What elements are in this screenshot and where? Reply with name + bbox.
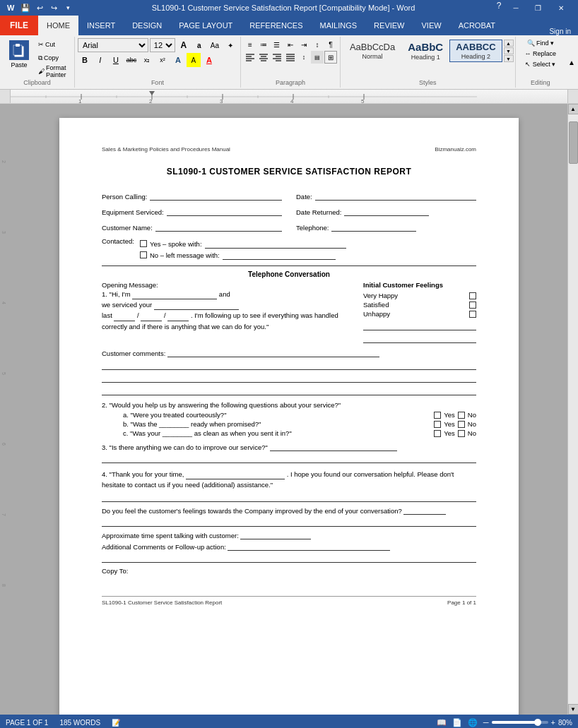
q2b-no-checkbox[interactable] <box>458 421 465 428</box>
restore-btn[interactable]: ❐ <box>527 0 550 16</box>
svg-text:W: W <box>7 4 15 12</box>
tab-page-layout[interactable]: PAGE LAYOUT <box>170 16 241 35</box>
tab-insert[interactable]: INSERT <box>78 16 124 35</box>
align-left-btn[interactable] <box>244 51 256 64</box>
status-bar: PAGE 1 OF 1 185 WORDS 📝 📖 📄 🌐 ─ + 80% <box>0 715 578 728</box>
date-line <box>315 191 476 201</box>
align-right-btn[interactable] <box>271 51 283 64</box>
bullets-btn[interactable]: ≡ <box>244 38 256 51</box>
increase-indent-btn[interactable]: ⇥ <box>297 38 310 51</box>
decrease-indent-btn[interactable]: ⇤ <box>284 38 297 51</box>
font-color-btn[interactable]: A <box>202 53 216 67</box>
styles-scroll-up[interactable]: ▲ <box>504 40 514 47</box>
zoom-thumb[interactable] <box>534 719 541 726</box>
borders-btn[interactable]: ⊞ <box>324 51 337 64</box>
tab-references[interactable]: REFERENCES <box>241 16 311 35</box>
highlight-btn[interactable]: A <box>187 53 201 67</box>
styles-scroll[interactable]: ▲ ▼ ▼ <box>502 38 512 64</box>
clear-formatting-btn[interactable]: ✦ <box>223 38 237 52</box>
read-mode-btn[interactable]: 📖 <box>437 718 447 727</box>
font-size-select[interactable]: 12 <box>150 38 175 52</box>
paste-button[interactable]: Paste <box>4 38 34 78</box>
satisfied-row: Satisfied <box>363 301 476 309</box>
ribbon-collapse-btn[interactable]: ▲ <box>565 37 578 88</box>
text-effects-btn[interactable]: A <box>171 53 185 67</box>
unhappy-checkbox[interactable] <box>469 311 476 318</box>
question-2: 2. "Would you help us by answering the f… <box>102 401 476 409</box>
superscript-btn[interactable]: x² <box>155 53 170 67</box>
subscript-btn[interactable]: x₂ <box>140 53 154 67</box>
scroll-down-btn[interactable]: ▼ <box>568 704 579 715</box>
select-btn[interactable]: ↖ Select ▾ <box>521 59 559 69</box>
file-tab[interactable]: FILE <box>0 16 38 35</box>
tab-review[interactable]: REVIEW <box>365 16 413 35</box>
undo-icon[interactable]: ↩ <box>34 2 45 13</box>
underline-btn[interactable]: U <box>109 53 123 67</box>
zoom-track[interactable] <box>492 721 548 724</box>
strikethrough-btn[interactable]: abc <box>124 53 138 67</box>
tab-acrobat[interactable]: ACROBAT <box>450 16 504 35</box>
q2b-yes-checkbox[interactable] <box>434 421 441 428</box>
tab-mailings[interactable]: MAILINGS <box>312 16 366 35</box>
justify-btn[interactable] <box>284 51 297 64</box>
satisfied-checkbox[interactable] <box>469 302 476 309</box>
close-btn[interactable]: ✕ <box>550 0 572 16</box>
style-normal[interactable]: AaBbCcDa Normal <box>343 40 401 62</box>
additional-comments-row: Additional Comments or Follow-up action: <box>102 542 476 551</box>
copy-button[interactable]: ⧉ Copy <box>35 52 70 64</box>
zoom-in-btn[interactable]: + <box>551 718 555 727</box>
zoom-out-btn[interactable]: ─ <box>483 718 489 727</box>
help-icon[interactable]: ? <box>493 0 505 11</box>
tab-home[interactable]: HOME <box>38 16 78 35</box>
style-heading1[interactable]: AaBbC Heading 1 <box>401 39 449 63</box>
shading-btn[interactable]: ▤ <box>311 51 324 64</box>
bold-btn[interactable]: B <box>78 53 92 67</box>
styles-scroll-down[interactable]: ▼ <box>504 47 514 54</box>
minimize-btn[interactable]: ─ <box>505 0 527 16</box>
doc-header-left: Sales & Marketing Policies and Procedure… <box>102 146 230 153</box>
tab-design[interactable]: DESIGN <box>124 16 170 35</box>
copy-to-row: Copy To: <box>102 567 476 575</box>
replace-btn[interactable]: ↔ Replace <box>521 49 560 59</box>
sort-btn[interactable]: ↕ <box>311 38 324 51</box>
sign-in-link[interactable]: Sign in <box>542 28 578 35</box>
line-spacing-btn[interactable]: ↕ <box>297 51 310 64</box>
q2a-yes-checkbox[interactable] <box>434 412 441 419</box>
scroll-track[interactable] <box>568 114 578 704</box>
ribbon-tabs: FILE HOME INSERT DESIGN PAGE LAYOUT REFE… <box>0 16 578 35</box>
grow-font-btn[interactable]: A <box>177 38 191 52</box>
q2c-no-checkbox[interactable] <box>458 430 465 437</box>
very-happy-checkbox[interactable] <box>469 292 476 299</box>
tab-view[interactable]: VIEW <box>413 16 450 35</box>
scroll-thumb[interactable] <box>569 121 578 164</box>
redo-icon[interactable]: ↪ <box>48 2 59 13</box>
styles-more[interactable]: ▼ <box>504 55 514 62</box>
no-checkbox[interactable] <box>140 251 147 258</box>
cut-button[interactable]: ✂ Cut <box>35 38 70 51</box>
numbering-btn[interactable]: ≔ <box>257 38 270 51</box>
format-painter-button[interactable]: 🖌 Format Painter <box>35 65 70 78</box>
show-marks-btn[interactable]: ¶ <box>324 38 337 51</box>
find-btn[interactable]: 🔍 Find ▾ <box>524 38 558 48</box>
q2c-yes-checkbox[interactable] <box>434 430 441 437</box>
save-icon[interactable]: 💾 <box>20 2 31 13</box>
print-layout-btn[interactable]: 📄 <box>452 718 462 727</box>
track-changes-icon[interactable]: 📝 <box>112 719 120 727</box>
style-heading2[interactable]: AABBCC Heading 2 <box>449 40 502 62</box>
web-layout-btn[interactable]: 🌐 <box>468 718 478 727</box>
window-controls[interactable]: ? ─ ❐ ✕ <box>493 0 572 16</box>
align-center-btn[interactable] <box>257 51 270 64</box>
scroll-up-btn[interactable]: ▲ <box>568 104 579 114</box>
italic-btn[interactable]: I <box>93 53 107 67</box>
telephone-line <box>331 222 416 232</box>
comments-first-line <box>167 349 379 357</box>
shrink-font-btn[interactable]: a <box>192 38 206 52</box>
font-name-select[interactable]: Arial <box>78 38 148 52</box>
yes-checkbox[interactable] <box>140 240 147 247</box>
q2a-no-checkbox[interactable] <box>458 412 465 419</box>
change-case-btn[interactable]: Aa <box>208 38 222 52</box>
customize-icon[interactable]: ▾ <box>62 2 73 13</box>
multilevel-btn[interactable]: ☰ <box>271 38 283 51</box>
vertical-scrollbar[interactable]: ▲ ▼ <box>567 104 578 715</box>
feelings-extra-line1 <box>363 321 476 330</box>
